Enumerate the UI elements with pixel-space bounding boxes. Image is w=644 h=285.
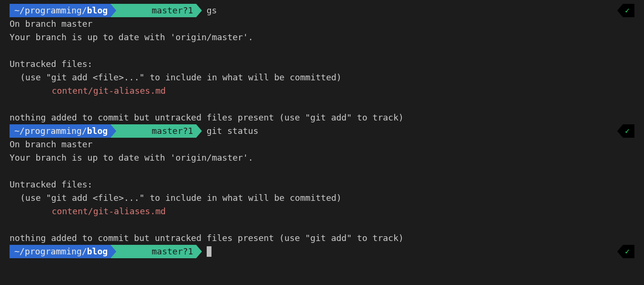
output-line: Untracked files: xyxy=(0,57,644,71)
prompt-row-2: ~/programming/blog master ?1 git status … xyxy=(0,124,644,138)
git-segment: master ?1 xyxy=(111,245,196,258)
chevron-left-icon xyxy=(617,4,623,17)
untracked-file: content/git-aliases.md xyxy=(0,205,644,218)
check-icon: ✓ xyxy=(623,124,634,138)
status-badge: ✓ xyxy=(617,4,634,17)
git-branch: master xyxy=(152,245,183,258)
prompt-row-1: ~/programming/blog master ?1 gs ✓ xyxy=(0,4,644,17)
chevron-right-icon xyxy=(111,124,116,138)
check-icon: ✓ xyxy=(623,4,634,17)
blank-line xyxy=(0,218,644,231)
status-badge: ✓ xyxy=(617,245,634,258)
command-input[interactable]: git status xyxy=(202,124,258,138)
output-line: (use "git add <file>..." to include in w… xyxy=(0,71,644,84)
chevron-right-icon xyxy=(196,4,202,17)
check-icon: ✓ xyxy=(623,245,634,258)
shell-prompt[interactable]: ~/programming/blog master ?1 gs xyxy=(10,4,217,17)
output-line: Your branch is up to date with 'origin/m… xyxy=(0,31,644,44)
chevron-right-icon xyxy=(111,4,116,17)
blank-line xyxy=(0,164,644,178)
path-prefix: /programming/ xyxy=(20,124,87,138)
path-segment: ~/programming/blog xyxy=(10,245,111,258)
output-line: (use "git add <file>..." to include in w… xyxy=(0,191,644,205)
shell-prompt[interactable]: ~/programming/blog master ?1 xyxy=(10,245,211,258)
path-dir: blog xyxy=(87,4,108,17)
git-status: ?1 xyxy=(183,245,193,258)
chevron-right-icon xyxy=(196,245,202,258)
shell-prompt[interactable]: ~/programming/blog master ?1 git status xyxy=(10,124,258,138)
path-tilde: ~ xyxy=(14,4,20,17)
chevron-right-icon xyxy=(196,124,202,138)
path-prefix: /programming/ xyxy=(20,4,87,17)
chevron-left-icon xyxy=(617,245,623,258)
output-line: On branch master xyxy=(0,17,644,31)
output-line: On branch master xyxy=(0,138,644,151)
untracked-file: content/git-aliases.md xyxy=(0,84,644,98)
output-line: Your branch is up to date with 'origin/m… xyxy=(0,151,644,164)
output-line: nothing added to commit but untracked fi… xyxy=(0,231,644,245)
path-segment: ~/programming/blog xyxy=(10,124,111,138)
git-branch: master xyxy=(152,4,183,17)
path-tilde: ~ xyxy=(14,245,20,258)
chevron-left-icon xyxy=(617,124,623,138)
git-status: ?1 xyxy=(183,124,193,138)
git-branch: master xyxy=(152,124,183,138)
prompt-row-3: ~/programming/blog master ?1 ✓ xyxy=(0,245,644,258)
path-tilde: ~ xyxy=(14,124,20,138)
path-dir: blog xyxy=(87,124,108,138)
git-segment: master ?1 xyxy=(111,4,196,17)
blank-line xyxy=(0,44,644,57)
command-input[interactable]: gs xyxy=(202,4,217,17)
path-prefix: /programming/ xyxy=(20,245,87,258)
output-line: nothing added to commit but untracked fi… xyxy=(0,111,644,124)
blank-line xyxy=(0,98,644,111)
chevron-right-icon xyxy=(111,245,116,258)
status-badge: ✓ xyxy=(617,124,634,138)
git-segment: master ?1 xyxy=(111,124,196,138)
cursor[interactable] xyxy=(207,246,211,257)
output-line: Untracked files: xyxy=(0,178,644,191)
git-status: ?1 xyxy=(183,4,193,17)
path-dir: blog xyxy=(87,245,108,258)
path-segment: ~/programming/blog xyxy=(10,4,111,17)
